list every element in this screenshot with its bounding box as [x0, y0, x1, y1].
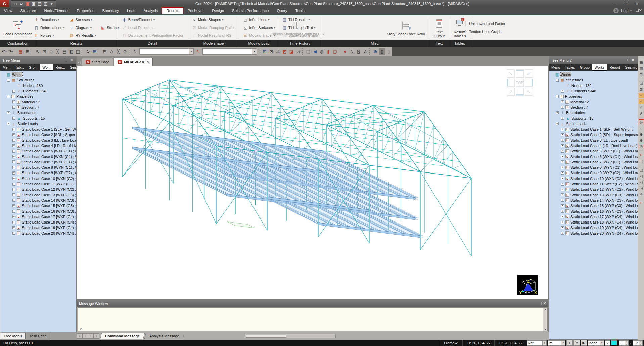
expand-toggle[interactable]: −: [556, 79, 559, 82]
tree-item-material-2[interactable]: +IMaterial : 2: [549, 99, 638, 104]
rotate-view-button[interactable]: ⟁: [639, 191, 644, 197]
expand-toggle[interactable]: +: [12, 117, 15, 120]
ucs-button[interactable]: ⇲: [573, 340, 580, 346]
expand-toggle[interactable]: +: [12, 221, 15, 224]
expand-toggle[interactable]: +: [561, 204, 564, 207]
menu-boundary[interactable]: Boundary: [98, 7, 123, 14]
hy-results-button[interactable]: ▧HY Results▾: [67, 32, 97, 39]
expand-toggle[interactable]: +: [561, 106, 564, 109]
tree-item-static-loads[interactable]: −↓Static Loads: [549, 121, 638, 127]
expand-toggle[interactable]: +: [12, 155, 15, 158]
view-nav-bl[interactable]: ↗: [507, 88, 515, 96]
activate-identity-button[interactable]: ✓: [639, 105, 644, 110]
view-nav-t[interactable]: [516, 69, 524, 78]
expand-toggle[interactable]: −: [556, 122, 559, 125]
expand-toggle[interactable]: +: [12, 139, 15, 142]
select-identity-button[interactable]: ▤: [61, 48, 68, 55]
expand-toggle[interactable]: +: [561, 166, 564, 169]
expand-toggle[interactable]: +: [12, 166, 15, 169]
view-nav-l[interactable]: [507, 79, 515, 87]
rotate-right-button[interactable]: ◪: [288, 48, 295, 55]
tree-tab-me[interactable]: Me...: [0, 64, 13, 71]
tree-item-static-load-case-10-wxn-c2-wind-load[interactable]: +LStatic Load Case 10 [WXN (C2) ; Wind L…: [0, 176, 76, 181]
rotate-left-button[interactable]: ◩: [281, 48, 288, 55]
tree2-tab-menu[interactable]: Menu: [549, 64, 562, 71]
view-nav-tl[interactable]: ↘: [507, 69, 515, 78]
expand-toggle[interactable]: +: [12, 171, 15, 175]
close-button[interactable]: ✕: [631, 1, 643, 7]
expand-toggle[interactable]: +: [12, 226, 15, 229]
zoom-out-button[interactable]: ⊖: [639, 138, 644, 143]
save-red-icon[interactable]: ▣: [25, 1, 31, 7]
view-nav-tr[interactable]: ↙: [525, 69, 533, 78]
left-view-button[interactable]: ◱: [639, 179, 644, 185]
results-tables-button[interactable]: TResults Tables ▾: [450, 17, 469, 38]
tree-item-boundaries[interactable]: −⊥Boundaries: [549, 110, 638, 115]
expand-toggle[interactable]: +: [12, 150, 15, 153]
text-output-button[interactable]: Text Output: [430, 17, 448, 38]
tree-item-static-load-case-12-wyn-c2-wind-load[interactable]: +LStatic Load Case 12 [WYN (C2) ; Wind L…: [549, 187, 638, 192]
tree2-tab-seismic[interactable]: Seismic: [623, 64, 640, 71]
expand-toggle[interactable]: +: [12, 210, 15, 213]
expand-toggle[interactable]: +: [12, 160, 15, 163]
tree-item-static-load-case-9-wxp-c2-wind-load-x[interactable]: +LStatic Load Case 9 [WXP (C2) ; Wind Lo…: [549, 170, 638, 176]
doc-tab-start-page[interactable]: GStart Page: [82, 58, 113, 66]
expand-toggle[interactable]: +: [561, 160, 564, 163]
select-all-button[interactable]: ⊞: [91, 48, 98, 55]
expand-toggle[interactable]: +: [561, 183, 564, 186]
tree-item-elements-348[interactable]: +∕Elements : 348: [549, 88, 638, 94]
select-polygon-button[interactable]: ◇: [48, 48, 54, 55]
expand-toggle[interactable]: +: [561, 177, 564, 180]
lock-all-button[interactable]: ▯: [385, 48, 392, 55]
query-toggle-button[interactable]: ?: [605, 340, 610, 346]
tracer-pointer-button[interactable]: ↖: [195, 48, 201, 55]
menu-tools[interactable]: Tools: [291, 7, 309, 14]
tree-item-works[interactable]: ▦Works: [0, 72, 76, 77]
tree-item-static-load-case-19-wyp-c4-wind-load[interactable]: +LStatic Load Case 19 [WYP (C4) ; Wind L…: [549, 225, 638, 230]
view-nav-ctr[interactable]: TOP: [516, 79, 524, 87]
tree-item-static-load-case-18-wxn-c4-wind-load[interactable]: +LStatic Load Case 18 [WXN (C4) ; Wind L…: [549, 219, 638, 225]
doc-tab-midas-gen[interactable]: GMIDAS/Gen✕: [114, 58, 153, 66]
spin-down-icon[interactable]: ▼: [639, 343, 642, 345]
tree-item-material-2[interactable]: +IMaterial : 2: [0, 99, 76, 104]
pan-button[interactable]: ⇄: [275, 48, 281, 55]
menu-view[interactable]: View: [0, 7, 16, 14]
tab-command-message[interactable]: Command Message: [100, 333, 145, 339]
node-name-button[interactable]: N̲: [355, 48, 362, 55]
redraw-button[interactable]: ↻: [639, 152, 644, 158]
zoom-in-button[interactable]: ⊕: [639, 132, 644, 137]
spin-down-icon[interactable]: ▼: [625, 343, 628, 345]
menu-pushover[interactable]: Pushover: [184, 7, 208, 14]
front-view-button[interactable]: ◲: [639, 185, 644, 191]
tree-item-static-load-case-5-wxp-c1-wind-load-x[interactable]: +LStatic Load Case 5 [WXP (C1) ; Wind Lo…: [0, 148, 76, 154]
pin-icon[interactable]: ⊤: [540, 301, 543, 306]
expand-toggle[interactable]: +: [12, 199, 15, 202]
expand-toggle[interactable]: +: [561, 199, 564, 202]
expand-toggle[interactable]: +: [12, 193, 15, 196]
close-icon[interactable]: ✕: [69, 58, 74, 62]
message-output-area[interactable]: > ▲▼: [78, 307, 548, 331]
tree-item-static-load-case-6-wxn-c1-wind-load-x[interactable]: +LStatic Load Case 6 [WXN (C1) ; Wind Lo…: [549, 154, 638, 159]
expand-toggle[interactable]: +: [561, 90, 564, 93]
select-single-button[interactable]: ↖: [34, 48, 41, 55]
expand-toggle[interactable]: +: [12, 106, 15, 109]
activate-button[interactable]: ✓: [639, 93, 644, 98]
menu-node-element[interactable]: Node/Element: [40, 7, 73, 14]
tree-item-static-load-case-15-wyp-c3-wind-load[interactable]: +LStatic Load Case 15 [WYP (C3) ; Wind L…: [549, 203, 638, 208]
window-total-spinner[interactable]: 2 ▲▼: [633, 340, 643, 346]
tree-item-static-load-case-6-wxn-c1-wind-load-x[interactable]: +LStatic Load Case 6 [WXN (C1) ; Wind Lo…: [0, 154, 76, 159]
snap-point-button[interactable]: +: [566, 340, 573, 346]
tree-item-static-load-case-20-wyn-c4-wind-load[interactable]: +LStatic Load Case 20 [WYN (C4) ; Wind L…: [549, 231, 638, 236]
expand-toggle[interactable]: +: [561, 128, 564, 131]
menu-results[interactable]: Results: [162, 7, 183, 14]
select-volume-button[interactable]: ◰: [75, 48, 81, 55]
expand-toggle[interactable]: +: [561, 215, 564, 218]
bottom-tab-tree-menu[interactable]: Tree Menu: [0, 333, 26, 339]
hidden-button[interactable]: ⊿: [295, 48, 302, 55]
tree-item-section-7[interactable]: +ISection : 7: [0, 105, 76, 110]
tree-item-properties[interactable]: −IProperties: [549, 94, 638, 99]
spin-up-icon[interactable]: ▲: [625, 341, 628, 343]
tree-item-static-load-case-11-wyp-c2-wind-load[interactable]: +LStatic Load Case 11 [WYP (C2) ; Wind L…: [549, 181, 638, 187]
model-viewport[interactable]: ↘↙TOP↗↖ Z Y X: [77, 66, 549, 300]
tree-tab-wo[interactable]: Wo...: [40, 64, 53, 71]
